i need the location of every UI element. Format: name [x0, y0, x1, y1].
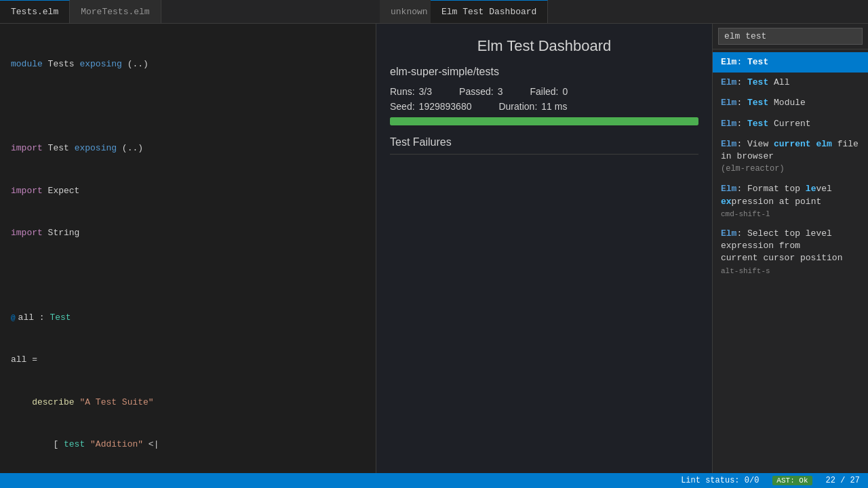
tab-bar: Tests.elm MoreTests.elm unknown Elm Test…	[0, 0, 868, 24]
editor-line: [ test "Addition" <|	[0, 438, 376, 452]
duration-value: 11 ms	[541, 101, 567, 112]
seed-value: 1929893680	[419, 101, 472, 112]
suggestion-item-elm-test-current[interactable]: Elm: Test Current	[713, 114, 868, 134]
main-content: module Tests exposing (..) import Test e…	[0, 24, 868, 473]
editor-line	[0, 269, 376, 283]
suggestion-item-elm-format[interactable]: Elm: Format top level expression at poin…	[713, 179, 868, 224]
test-failures-title: Test Failures	[390, 136, 698, 155]
tab-tests-elm[interactable]: Tests.elm	[0, 0, 70, 23]
editor-line: @all : Test	[0, 311, 376, 325]
progress-bar-fill	[390, 117, 698, 125]
suggestion-list: Elm: Test Elm: Test All Elm: Test Module…	[713, 49, 868, 473]
passed-value: 3	[498, 86, 503, 97]
editor-line: describe "A Test Suite"	[0, 396, 376, 410]
status-bar: Lint status: 0/0 AST: Ok 22 / 27	[0, 473, 868, 488]
suite-name: elm-super-simple/tests	[390, 66, 698, 78]
editor-line	[0, 100, 376, 114]
progress-bar-container	[390, 117, 698, 125]
stats-row-1: Runs: 3/3 Passed: 3 Failed: 0	[390, 86, 698, 97]
runs-value: 3/3	[419, 86, 432, 97]
failed-stat: Failed: 0	[530, 86, 568, 97]
failed-label: Failed:	[530, 86, 558, 97]
duration-label: Duration:	[498, 101, 537, 112]
editor-line: import Test exposing (..)	[0, 142, 376, 156]
seed-stat: Seed: 1929893680	[390, 101, 471, 112]
dashboard-panel: Elm Test Dashboard elm-super-simple/test…	[376, 24, 712, 473]
seed-label: Seed:	[390, 101, 415, 112]
tab-dashboard-label: Elm Test Dashboard	[441, 7, 536, 17]
runs-stat: Runs: 3/3	[390, 86, 432, 97]
editor-line: import Expect	[0, 184, 376, 199]
elm-select-shortcut: alt-shift-s	[721, 266, 860, 277]
suggestion-item-elm-test-all[interactable]: Elm: Test All	[713, 73, 868, 93]
suggestion-item-elm-test-module[interactable]: Elm: Test Module	[713, 93, 868, 113]
stats-row-2: Seed: 1929893680 Duration: 11 ms	[390, 101, 698, 112]
dashboard-title: Elm Test Dashboard	[376, 24, 712, 66]
tab-tests-elm-label: Tests.elm	[11, 7, 58, 17]
suggestion-item-elm-test[interactable]: Elm: Test	[713, 52, 868, 73]
suggestion-item-elm-view-browser[interactable]: Elm: View current elm file in browser(el…	[713, 134, 868, 180]
search-box	[713, 24, 868, 49]
runs-label: Runs:	[390, 86, 415, 97]
editor-panel[interactable]: module Tests exposing (..) import Test e…	[0, 24, 376, 473]
position-indicator: 22 / 27	[826, 476, 860, 485]
tab-elm-test-dashboard[interactable]: Elm Test Dashboard	[431, 0, 548, 23]
editor-line: all =	[0, 353, 376, 367]
duration-stat: Duration: 11 ms	[498, 101, 567, 112]
passed-label: Passed:	[459, 86, 494, 97]
passed-stat: Passed: 3	[459, 86, 502, 97]
failed-value: 0	[562, 86, 568, 97]
gutter-icon: @	[11, 312, 16, 325]
right-panel: Elm: Test Elm: Test All Elm: Test Module…	[712, 24, 868, 473]
ast-badge: AST: Ok	[772, 476, 812, 485]
tab-unknown-label: unknown	[391, 7, 428, 17]
lint-status: Lint status: 0/0	[681, 476, 759, 485]
elm-format-shortcut: cmd-shift-l	[721, 209, 860, 220]
suggestion-item-elm-select[interactable]: Elm: Select top level expression fromcur…	[713, 224, 868, 281]
editor-line: import String	[0, 226, 376, 241]
editor-line: module Tests exposing (..)	[0, 58, 376, 72]
tab-moretests-elm-label: MoreTests.elm	[81, 7, 149, 17]
kw-module: module	[11, 58, 43, 72]
dashboard-body: elm-super-simple/tests Runs: 3/3 Passed:…	[376, 66, 712, 155]
tab-moretests-elm[interactable]: MoreTests.elm	[70, 0, 161, 23]
search-input[interactable]	[718, 28, 863, 45]
